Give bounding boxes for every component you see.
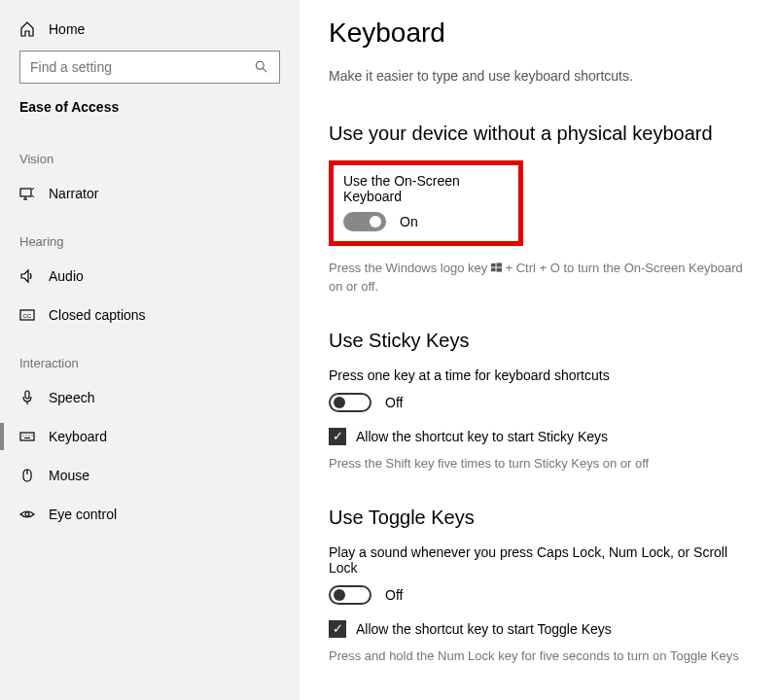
svg-point-0 (257, 61, 265, 69)
sidebar-item-speech[interactable]: Speech (19, 378, 280, 417)
onscreen-section-title: Use your device without a physical keybo… (329, 122, 749, 145)
svg-point-11 (31, 435, 32, 436)
svg-point-10 (28, 435, 29, 436)
sidebar-item-label: Mouse (49, 468, 89, 483)
onscreen-keyboard-hint: Press the Windows logo key + Ctrl + O to… (329, 260, 749, 297)
search-icon (255, 59, 269, 75)
sticky-keys-hint: Press the Shift key five times to turn S… (329, 455, 749, 473)
onscreen-keyboard-toggle-state: On (400, 214, 418, 229)
windows-logo-icon (491, 261, 502, 275)
sticky-keys-toggle-state: Off (385, 395, 403, 410)
group-hearing-label: Hearing (19, 213, 280, 257)
sidebar: Home Ease of Access Vision Narrator Hear… (0, 0, 300, 700)
home-icon (19, 21, 35, 37)
sticky-keys-toggle[interactable] (329, 393, 371, 412)
toggle-keys-toggle-state: Off (385, 587, 403, 603)
main-content: Keyboard Make it easier to type and use … (300, 0, 778, 700)
svg-rect-5 (25, 391, 29, 399)
sidebar-item-closed-captions[interactable]: CC Closed captions (19, 296, 280, 334)
sidebar-item-label: Audio (49, 268, 84, 284)
sidebar-section-title: Ease of Access (19, 99, 280, 130)
togglekeys-section-title: Use Toggle Keys (329, 507, 749, 529)
group-vision-label: Vision (19, 130, 280, 174)
sidebar-item-label: Narrator (49, 186, 98, 201)
onscreen-keyboard-toggle[interactable] (343, 212, 386, 231)
toggle-keys-shortcut-label: Allow the shortcut key to start Toggle K… (356, 621, 612, 637)
sidebar-item-mouse[interactable]: Mouse (19, 456, 280, 495)
audio-icon (19, 268, 35, 284)
group-interaction-label: Interaction (19, 334, 280, 378)
page-subtitle: Make it easier to type and use keyboard … (329, 68, 749, 84)
sidebar-item-eye-control[interactable]: Eye control (19, 495, 280, 534)
svg-point-9 (25, 435, 26, 436)
sidebar-item-narrator[interactable]: Narrator (19, 174, 280, 213)
sidebar-item-label: Keyboard (49, 429, 107, 444)
sticky-section-title: Use Sticky Keys (329, 330, 749, 352)
page-title: Keyboard (329, 18, 749, 49)
svg-line-1 (264, 68, 267, 72)
closed-captions-icon: CC (19, 307, 35, 323)
settings-window: Home Ease of Access Vision Narrator Hear… (0, 0, 778, 700)
sidebar-item-audio[interactable]: Audio (19, 257, 280, 296)
sidebar-item-label: Eye control (49, 507, 117, 522)
home-link[interactable]: Home (19, 18, 280, 51)
toggle-keys-hint: Press and hold the Num Lock key for five… (329, 648, 749, 666)
svg-rect-16 (491, 263, 496, 267)
sidebar-item-label: Speech (49, 390, 94, 405)
speech-icon (19, 390, 35, 405)
onscreen-keyboard-highlight-box: Use the On-Screen Keyboard On (329, 160, 523, 246)
toggle-keys-shortcut-checkbox[interactable]: ✓ (329, 620, 346, 638)
home-label: Home (49, 21, 85, 37)
sidebar-item-keyboard[interactable]: Keyboard (19, 417, 280, 456)
narrator-icon (19, 186, 35, 201)
svg-point-8 (22, 435, 23, 436)
search-input[interactable] (30, 59, 255, 75)
mouse-icon (19, 468, 35, 483)
eye-icon (19, 507, 35, 522)
toggle-keys-toggle[interactable] (329, 585, 371, 605)
sidebar-item-label: Closed captions (49, 307, 146, 323)
sticky-desc: Press one key at a time for keyboard sho… (329, 368, 749, 383)
svg-text:CC: CC (23, 313, 32, 319)
sticky-keys-shortcut-label: Allow the shortcut key to start Sticky K… (356, 429, 608, 444)
svg-point-15 (25, 512, 29, 516)
sticky-keys-shortcut-checkbox[interactable]: ✓ (329, 428, 346, 445)
svg-rect-2 (20, 189, 31, 196)
search-input-container[interactable] (19, 51, 280, 84)
togglekeys-desc: Play a sound whenever you press Caps Loc… (329, 544, 749, 576)
onscreen-keyboard-label: Use the On-Screen Keyboard (343, 173, 509, 204)
keyboard-icon (19, 429, 35, 444)
svg-rect-7 (20, 433, 34, 440)
svg-rect-18 (491, 268, 496, 272)
